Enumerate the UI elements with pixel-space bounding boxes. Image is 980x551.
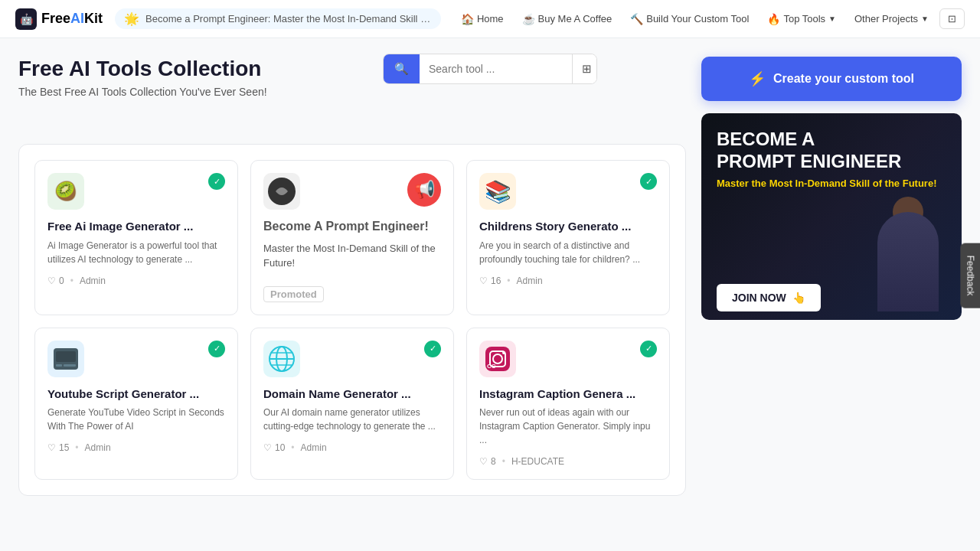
card-1-author: Admin [80, 276, 106, 286]
logo-ai: AI [70, 11, 84, 26]
card-4-verified: ✓ [208, 341, 225, 357]
card-5-author: Admin [301, 442, 327, 453]
card-1-title: Free Ai Image Generator ... [47, 219, 225, 234]
chevron-down-icon-other: ▼ [921, 15, 929, 23]
person-body [877, 212, 939, 311]
promo-label: Promoted [263, 286, 324, 302]
feedback-tab[interactable]: Feedback [961, 243, 980, 308]
search-bar: 🔍 ⊞ [383, 54, 597, 84]
svg-point-13 [502, 351, 505, 354]
card-3-verified: ✓ [640, 173, 657, 190]
card-6-title: Instagram Caption Genera ... [479, 386, 657, 402]
card-1[interactable]: 🥝 ✓ Free Ai Image Generator ... Ai Image… [34, 160, 238, 315]
ad-banner[interactable]: BECOME A PROMPT ENIGINEER Master the Mos… [701, 113, 962, 320]
logo-robot-icon: 🤖 [15, 8, 37, 30]
fire-icon: 🔥 [767, 13, 780, 25]
card-4-title: Youtube Script Generator ... [47, 386, 225, 402]
card-5-verified: ✓ [424, 341, 441, 357]
card-2-subtitle: Master the Most In-Demand Skill of the F… [263, 241, 441, 271]
card-6-header: CC ✓ [479, 341, 657, 377]
nav-build-tool[interactable]: 🔨 Build Your Custom Tool [622, 8, 756, 30]
right-panel: ⚡ Create your custom tool BECOME A PROMP… [701, 57, 962, 496]
card-2-promo-badge: 📢 [407, 173, 441, 207]
card-6-author: H-EDUCATE [511, 456, 564, 467]
chevron-down-icon: ▼ [828, 15, 836, 23]
card-2-header: 📢 [263, 173, 441, 210]
nav-links: 🏠 Home ☕ Buy Me A Coffee 🔨 Build Your Cu… [453, 8, 965, 30]
card-5[interactable]: ✓ Domain Name Generator ... Our AI domai… [250, 328, 454, 481]
card-4-header: ✓ [47, 341, 225, 377]
wrench-icon: 🔨 [630, 13, 643, 25]
heart-icon-6: ♡ [479, 456, 488, 467]
nav-login[interactable]: ⊡ [939, 8, 965, 29]
cards-grid: 🥝 ✓ Free Ai Image Generator ... Ai Image… [34, 160, 670, 480]
card-3-author: Admin [517, 276, 543, 286]
card-3[interactable]: 📚 ✓ Childrens Story Generato ... Are you… [466, 160, 670, 315]
card-1-likes: ♡ 0 [47, 276, 64, 286]
card-5-likes: ♡ 10 [263, 442, 285, 453]
card-2-title: Become A Prompt Engineer! [263, 219, 441, 235]
home-icon: 🏠 [461, 13, 474, 25]
card-2-icon [263, 173, 300, 210]
heart-icon-5: ♡ [263, 442, 272, 453]
card-1-header: 🥝 ✓ [47, 173, 225, 210]
card-3-icon: 📚 [479, 173, 516, 210]
heart-icon-4: ♡ [47, 442, 56, 453]
logo[interactable]: 🤖 FreeAIKit [15, 8, 103, 30]
svg-rect-3 [56, 364, 62, 367]
card-1-verified: ✓ [208, 173, 225, 190]
create-tool-button[interactable]: ⚡ Create your custom tool [701, 57, 962, 101]
cards-section: 🥝 ✓ Free Ai Image Generator ... Ai Image… [18, 144, 686, 496]
lightning-icon: ⚡ [749, 70, 766, 87]
logo-free: Free [41, 11, 70, 26]
marquee-text: Become a Prompt Engineer: Master the Mos… [145, 13, 432, 24]
heart-icon-1: ♡ [47, 276, 56, 286]
marquee-banner: 🌟 Become a Prompt Engineer: Master the M… [115, 8, 441, 29]
search-icon: 🔍 [394, 62, 409, 76]
ad-content: BECOME A PROMPT ENIGINEER Master the Mos… [717, 129, 946, 189]
card-5-desc: Our AI domain name generator utilizes cu… [263, 406, 441, 433]
card-4-author: Admin [85, 442, 111, 453]
card-5-header: ✓ [263, 341, 441, 377]
card-3-header: 📚 ✓ [479, 173, 657, 210]
nav-home[interactable]: 🏠 Home [453, 8, 511, 30]
left-panel: Free AI Tools Collection The Best Free A… [18, 57, 686, 496]
ad-bottom: JOIN NOW 👆 [717, 189, 946, 311]
logo-kit: Kit [84, 11, 103, 26]
nav-buy-coffee[interactable]: ☕ Buy Me A Coffee [514, 8, 620, 30]
card-5-footer: ♡ 10 • Admin [263, 442, 441, 453]
card-1-footer: ♡ 0 • Admin [47, 276, 225, 286]
card-3-title: Childrens Story Generato ... [479, 219, 657, 234]
card-2-promoted[interactable]: 📢 Become A Prompt Engineer! Master the M… [250, 160, 454, 315]
card-4-footer: ♡ 15 • Admin [47, 442, 225, 453]
card-6-footer: ♡ 8 • H-EDUCATE [479, 456, 657, 467]
svg-rect-4 [64, 364, 76, 367]
navbar: 🤖 FreeAIKit 🌟 Become a Prompt Engineer: … [0, 0, 980, 38]
card-4-likes: ♡ 15 [47, 442, 69, 453]
ad-subtitle: Master the Most In-Demand Skill of the F… [717, 178, 946, 189]
ad-cta-button[interactable]: JOIN NOW 👆 [717, 284, 821, 311]
nav-other-projects[interactable]: Other Projects ▼ [847, 8, 936, 29]
card-1-icon: 🥝 [47, 173, 84, 210]
filter-icon: ⊞ [582, 62, 592, 75]
search-button[interactable]: 🔍 [384, 54, 420, 83]
coffee-icon: ☕ [522, 13, 535, 25]
card-6-desc: Never run out of ideas again with our In… [479, 406, 657, 447]
svg-rect-2 [56, 351, 76, 362]
filter-button[interactable]: ⊞ [572, 54, 597, 83]
card-6-icon: CC [479, 341, 516, 377]
card-5-icon [263, 341, 300, 377]
card-4[interactable]: ✓ Youtube Script Generator ... Generate … [34, 328, 238, 481]
search-input[interactable] [420, 55, 572, 83]
card-6[interactable]: CC ✓ Instagram Caption Genera ... Never … [466, 328, 670, 481]
nav-top-tools[interactable]: 🔥 Top Tools ▼ [760, 8, 844, 30]
svg-text:CC: CC [487, 363, 496, 370]
card-6-likes: ♡ 8 [479, 456, 496, 467]
card-5-title: Domain Name Generator ... [263, 386, 441, 402]
card-3-footer: ♡ 16 • Admin [479, 276, 657, 286]
card-3-likes: ♡ 16 [479, 276, 501, 286]
heart-icon-3: ♡ [479, 276, 488, 286]
main-content: Free AI Tools Collection The Best Free A… [0, 38, 980, 496]
card-1-desc: Ai Image Generator is a powerful tool th… [47, 239, 225, 266]
marquee-icon: 🌟 [124, 11, 139, 26]
